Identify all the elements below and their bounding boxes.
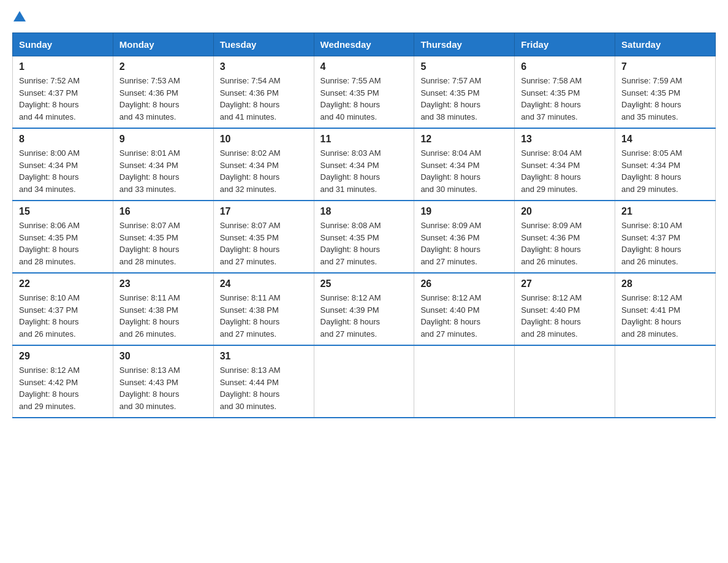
calendar-cell: 9 Sunrise: 8:01 AM Sunset: 4:34 PM Dayli… — [113, 128, 213, 201]
calendar-cell: 17 Sunrise: 8:07 AM Sunset: 4:35 PM Dayl… — [213, 201, 314, 273]
day-number: 5 — [420, 61, 508, 72]
calendar-cell: 31 Sunrise: 8:13 AM Sunset: 4:44 PM Dayl… — [213, 345, 314, 418]
calendar-cell: 11 Sunrise: 8:03 AM Sunset: 4:34 PM Dayl… — [314, 128, 414, 201]
calendar-cell: 22 Sunrise: 8:10 AM Sunset: 4:37 PM Dayl… — [13, 273, 113, 345]
day-number: 24 — [220, 278, 308, 289]
day-info: Sunrise: 8:05 AM Sunset: 4:34 PM Dayligh… — [621, 147, 709, 195]
day-number: 17 — [220, 206, 308, 217]
header-day-wednesday: Wednesday — [314, 33, 414, 56]
calendar-cell: 29 Sunrise: 8:12 AM Sunset: 4:42 PM Dayl… — [13, 345, 113, 418]
calendar-cell — [615, 345, 716, 418]
day-number: 26 — [420, 278, 508, 289]
calendar-cell: 28 Sunrise: 8:12 AM Sunset: 4:41 PM Dayl… — [615, 273, 716, 345]
calendar-cell: 24 Sunrise: 8:11 AM Sunset: 4:38 PM Dayl… — [213, 273, 314, 345]
calendar-cell: 21 Sunrise: 8:10 AM Sunset: 4:37 PM Dayl… — [615, 201, 716, 273]
day-info: Sunrise: 8:09 AM Sunset: 4:36 PM Dayligh… — [420, 220, 508, 267]
day-number: 1 — [19, 61, 107, 72]
calendar-cell: 14 Sunrise: 8:05 AM Sunset: 4:34 PM Dayl… — [615, 128, 716, 201]
day-info: Sunrise: 8:10 AM Sunset: 4:37 PM Dayligh… — [19, 292, 107, 340]
calendar-cell: 6 Sunrise: 7:58 AM Sunset: 4:35 PM Dayli… — [515, 56, 615, 129]
header-day-sunday: Sunday — [13, 33, 113, 56]
day-info: Sunrise: 8:12 AM Sunset: 4:42 PM Dayligh… — [19, 364, 107, 412]
day-number: 11 — [320, 134, 408, 145]
header-day-saturday: Saturday — [615, 33, 716, 56]
calendar-cell: 20 Sunrise: 8:09 AM Sunset: 4:36 PM Dayl… — [515, 201, 615, 273]
day-number: 18 — [320, 206, 408, 217]
calendar-week-2: 8 Sunrise: 8:00 AM Sunset: 4:34 PM Dayli… — [13, 128, 716, 201]
calendar-header: SundayMondayTuesdayWednesdayThursdayFrid… — [13, 33, 716, 56]
day-number: 12 — [420, 134, 508, 145]
day-info: Sunrise: 7:53 AM Sunset: 4:36 PM Dayligh… — [119, 75, 207, 123]
day-info: Sunrise: 8:11 AM Sunset: 4:38 PM Dayligh… — [119, 292, 207, 340]
day-info: Sunrise: 8:06 AM Sunset: 4:35 PM Dayligh… — [19, 220, 107, 267]
day-number: 15 — [19, 206, 107, 217]
day-info: Sunrise: 8:13 AM Sunset: 4:44 PM Dayligh… — [220, 364, 308, 412]
day-info: Sunrise: 8:04 AM Sunset: 4:34 PM Dayligh… — [420, 147, 508, 195]
calendar-cell: 8 Sunrise: 8:00 AM Sunset: 4:34 PM Dayli… — [13, 128, 113, 201]
calendar-week-5: 29 Sunrise: 8:12 AM Sunset: 4:42 PM Dayl… — [13, 345, 716, 418]
day-info: Sunrise: 8:12 AM Sunset: 4:40 PM Dayligh… — [420, 292, 508, 340]
day-number: 13 — [521, 134, 609, 145]
page-header — [12, 12, 716, 23]
calendar-week-3: 15 Sunrise: 8:06 AM Sunset: 4:35 PM Dayl… — [13, 201, 716, 273]
day-info: Sunrise: 8:04 AM Sunset: 4:34 PM Dayligh… — [521, 147, 609, 195]
day-number: 27 — [521, 278, 609, 289]
day-info: Sunrise: 8:02 AM Sunset: 4:34 PM Dayligh… — [220, 147, 308, 195]
calendar-cell: 12 Sunrise: 8:04 AM Sunset: 4:34 PM Dayl… — [414, 128, 515, 201]
day-number: 8 — [19, 134, 107, 145]
calendar-cell: 10 Sunrise: 8:02 AM Sunset: 4:34 PM Dayl… — [213, 128, 314, 201]
day-number: 20 — [521, 206, 609, 217]
logo-triangle-icon — [13, 11, 26, 21]
calendar-cell: 16 Sunrise: 8:07 AM Sunset: 4:35 PM Dayl… — [113, 201, 213, 273]
calendar-cell: 1 Sunrise: 7:52 AM Sunset: 4:37 PM Dayli… — [13, 56, 113, 129]
calendar-cell: 27 Sunrise: 8:12 AM Sunset: 4:40 PM Dayl… — [515, 273, 615, 345]
day-info: Sunrise: 8:03 AM Sunset: 4:34 PM Dayligh… — [320, 147, 408, 195]
calendar-cell: 18 Sunrise: 8:08 AM Sunset: 4:35 PM Dayl… — [314, 201, 414, 273]
calendar-cell: 3 Sunrise: 7:54 AM Sunset: 4:36 PM Dayli… — [213, 56, 314, 129]
logo — [12, 12, 26, 23]
calendar-cell — [314, 345, 414, 418]
day-info: Sunrise: 8:12 AM Sunset: 4:41 PM Dayligh… — [621, 292, 709, 340]
calendar-cell: 26 Sunrise: 8:12 AM Sunset: 4:40 PM Dayl… — [414, 273, 515, 345]
calendar-cell: 13 Sunrise: 8:04 AM Sunset: 4:34 PM Dayl… — [515, 128, 615, 201]
calendar-cell: 5 Sunrise: 7:57 AM Sunset: 4:35 PM Dayli… — [414, 56, 515, 129]
day-number: 23 — [119, 278, 207, 289]
calendar-cell: 7 Sunrise: 7:59 AM Sunset: 4:35 PM Dayli… — [615, 56, 716, 129]
day-info: Sunrise: 8:13 AM Sunset: 4:43 PM Dayligh… — [119, 364, 207, 412]
header-day-tuesday: Tuesday — [213, 33, 314, 56]
day-number: 7 — [621, 61, 709, 72]
day-number: 4 — [320, 61, 408, 72]
day-number: 3 — [220, 61, 308, 72]
day-info: Sunrise: 8:08 AM Sunset: 4:35 PM Dayligh… — [320, 220, 408, 267]
day-info: Sunrise: 7:55 AM Sunset: 4:35 PM Dayligh… — [320, 75, 408, 123]
day-number: 16 — [119, 206, 207, 217]
calendar-cell: 15 Sunrise: 8:06 AM Sunset: 4:35 PM Dayl… — [13, 201, 113, 273]
day-info: Sunrise: 8:11 AM Sunset: 4:38 PM Dayligh… — [220, 292, 308, 340]
day-number: 31 — [220, 351, 308, 362]
day-number: 19 — [420, 206, 508, 217]
calendar-cell: 2 Sunrise: 7:53 AM Sunset: 4:36 PM Dayli… — [113, 56, 213, 129]
day-number: 28 — [621, 278, 709, 289]
day-number: 30 — [119, 351, 207, 362]
header-day-monday: Monday — [113, 33, 213, 56]
day-info: Sunrise: 8:00 AM Sunset: 4:34 PM Dayligh… — [19, 147, 107, 195]
day-info: Sunrise: 7:59 AM Sunset: 4:35 PM Dayligh… — [621, 75, 709, 123]
day-number: 21 — [621, 206, 709, 217]
day-number: 22 — [19, 278, 107, 289]
day-number: 25 — [320, 278, 408, 289]
calendar-cell: 19 Sunrise: 8:09 AM Sunset: 4:36 PM Dayl… — [414, 201, 515, 273]
day-info: Sunrise: 8:07 AM Sunset: 4:35 PM Dayligh… — [220, 220, 308, 267]
calendar-cell — [414, 345, 515, 418]
header-day-thursday: Thursday — [414, 33, 515, 56]
calendar-cell — [515, 345, 615, 418]
day-number: 2 — [119, 61, 207, 72]
day-info: Sunrise: 8:12 AM Sunset: 4:40 PM Dayligh… — [521, 292, 609, 340]
calendar-body: 1 Sunrise: 7:52 AM Sunset: 4:37 PM Dayli… — [13, 56, 716, 418]
day-info: Sunrise: 8:07 AM Sunset: 4:35 PM Dayligh… — [119, 220, 207, 267]
day-number: 6 — [521, 61, 609, 72]
day-info: Sunrise: 8:12 AM Sunset: 4:39 PM Dayligh… — [320, 292, 408, 340]
day-info: Sunrise: 7:58 AM Sunset: 4:35 PM Dayligh… — [521, 75, 609, 123]
day-info: Sunrise: 7:54 AM Sunset: 4:36 PM Dayligh… — [220, 75, 308, 123]
day-number: 10 — [220, 134, 308, 145]
day-info: Sunrise: 7:57 AM Sunset: 4:35 PM Dayligh… — [420, 75, 508, 123]
